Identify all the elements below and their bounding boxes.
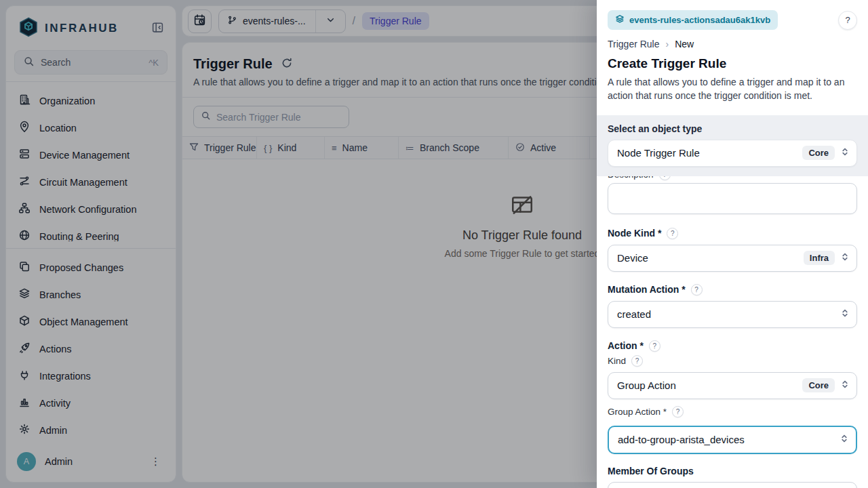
help-icon[interactable]: ? <box>691 284 703 296</box>
breadcrumb-current: New <box>675 39 694 49</box>
description-input[interactable] <box>608 183 857 214</box>
namespace-badge: Core <box>802 146 835 160</box>
help-button[interactable]: ? <box>838 11 857 30</box>
clipped-field: Description ? <box>608 176 857 181</box>
drawer-breadcrumb: Trigger Rule › New <box>608 39 857 49</box>
branch-badge-label: events-rules-actionsadau6ak1kvb <box>629 15 770 25</box>
group-action-field-label: Group Action * ? <box>608 406 857 418</box>
object-type-section: Select an object type Node Trigger Rule … <box>597 115 868 176</box>
drawer-title: Create Trigger Rule <box>608 56 857 71</box>
object-type-select[interactable]: Node Trigger Rule Core <box>608 140 857 167</box>
help-icon[interactable]: ? <box>672 406 684 418</box>
object-type-label: Select an object type <box>608 123 857 134</box>
chevron-right-icon: › <box>666 39 669 49</box>
unfold-icon <box>840 308 850 321</box>
help-icon[interactable]: ? <box>631 355 643 367</box>
member-of-groups-select[interactable] <box>608 482 857 488</box>
action-kind-select[interactable]: Group Action Core <box>608 372 857 399</box>
drawer-description: A rule that allows you to define a trigg… <box>608 75 857 103</box>
drawer-form: Description ? Node Kind * ? Device Infra… <box>597 176 868 488</box>
help-icon[interactable]: ? <box>667 228 678 239</box>
namespace-badge: Infra <box>804 251 835 265</box>
mutation-action-field-label: Mutation Action * ? <box>608 284 857 296</box>
unfold-icon <box>840 434 849 446</box>
node-kind-select[interactable]: Device Infra <box>608 245 857 272</box>
branch-badge[interactable]: events-rules-actionsadau6ak1kvb <box>608 10 778 30</box>
layers-icon <box>615 14 625 26</box>
breadcrumb-root[interactable]: Trigger Rule <box>608 39 660 49</box>
namespace-badge: Core <box>802 378 835 392</box>
help-icon[interactable]: ? <box>659 176 671 180</box>
app-root: INFRAHUB Search ^K Organization <box>0 0 868 488</box>
action-kind-field-label: Kind ? <box>608 355 857 367</box>
help-icon[interactable]: ? <box>649 340 660 352</box>
unfold-icon <box>840 147 850 159</box>
member-of-groups-field-label: Member Of Groups <box>608 466 857 476</box>
object-type-value: Node Trigger Rule <box>617 147 797 159</box>
node-kind-field-label: Node Kind * ? <box>608 228 857 239</box>
unfold-icon <box>840 252 850 264</box>
unfold-icon <box>840 380 850 392</box>
drawer-header: events-rules-actionsadau6ak1kvb ? Trigge… <box>597 0 868 115</box>
create-trigger-rule-drawer: events-rules-actionsadau6ak1kvb ? Trigge… <box>597 0 868 488</box>
mutation-action-select[interactable]: created <box>608 301 857 328</box>
group-action-select[interactable]: add-to-group-arista_devices <box>608 426 857 454</box>
action-section-label: Action * ? <box>608 340 857 352</box>
description-label: Description <box>608 176 654 180</box>
